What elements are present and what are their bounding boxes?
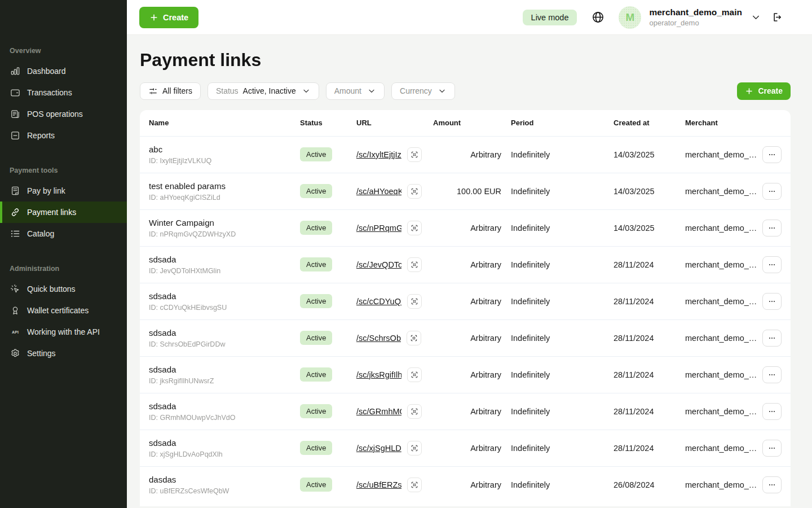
row-actions-button[interactable] xyxy=(762,403,782,420)
row-actions-button[interactable] xyxy=(762,330,782,347)
payment-link-url[interactable]: /sc/IxyltEjtjIz xyxy=(356,150,401,159)
status-badge: Active xyxy=(300,221,332,235)
create-button-label: Create xyxy=(163,13,188,22)
currency-filter[interactable]: Currency xyxy=(391,82,455,100)
payment-link-name: sdsada xyxy=(149,401,300,411)
sidebar-item-transactions[interactable]: Transactions xyxy=(0,82,127,103)
payment-link-url[interactable]: /sc/SchrsOb xyxy=(356,334,401,343)
chevron-down-icon xyxy=(751,12,761,23)
row-actions-button[interactable] xyxy=(762,183,782,200)
qr-code-button[interactable] xyxy=(407,441,422,456)
sidebar-item-label: POS operations xyxy=(27,110,83,119)
create-button-topbar[interactable]: Create xyxy=(139,7,198,28)
amount-value: Arbitrary xyxy=(433,480,501,489)
sidebar-item-quick-buttons[interactable]: Quick buttons xyxy=(0,278,127,300)
column-header-period: Period xyxy=(501,119,614,127)
payment-link-name: sdsada xyxy=(149,255,300,264)
payment-link-id: ID: xjSgHLDvAoPqdXlh xyxy=(149,450,300,458)
sidebar-item-working-with-the-api[interactable]: API Working with the API xyxy=(0,321,127,343)
payment-link-url[interactable]: /sc/cCDYuQk xyxy=(356,297,401,306)
more-dots-icon xyxy=(767,444,776,453)
payment-link-url[interactable]: /sc/nPRqmG xyxy=(356,224,401,233)
status-badge: Active xyxy=(300,441,332,455)
report-icon xyxy=(10,130,21,141)
sidebar-item-pos-operations[interactable]: POS operations xyxy=(0,103,127,125)
avatar[interactable]: M xyxy=(619,6,641,29)
payment-link-url[interactable]: /sc/xjSgHLD xyxy=(356,444,401,453)
merchant-value: merchant_demo_… xyxy=(685,150,756,159)
payment-link-url[interactable]: /sc/aHYoeqK xyxy=(356,187,401,196)
qr-code-button[interactable] xyxy=(407,478,422,492)
sidebar-item-payment-links[interactable]: Payment links xyxy=(0,202,127,223)
sidebar-item-dashboard[interactable]: Dashboard xyxy=(0,60,127,82)
account-menu-button[interactable] xyxy=(751,12,761,23)
sidebar-item-label: Wallet certificates xyxy=(27,306,89,315)
bar-chart-icon xyxy=(10,65,21,77)
amount-value: Arbitrary xyxy=(433,297,501,306)
row-actions-button[interactable] xyxy=(762,293,782,310)
qr-code-button[interactable] xyxy=(407,294,422,309)
sidebar-section-label: Overview xyxy=(0,47,127,55)
status-filter[interactable]: Status Active, Inactive xyxy=(208,82,319,100)
user-block[interactable]: merchant_demo_main operator_demo xyxy=(649,8,742,27)
sidebar-item-reports[interactable]: Reports xyxy=(0,125,127,146)
period-value: Indefinitely xyxy=(501,407,614,416)
pos-terminal-icon xyxy=(10,108,21,120)
sidebar-section: Administration Quick buttons Wallet cert… xyxy=(0,265,127,364)
row-actions-button[interactable] xyxy=(762,146,782,163)
sidebar-item-wallet-certificates[interactable]: Wallet certificates xyxy=(0,300,127,321)
qr-code-button[interactable] xyxy=(407,184,422,199)
amount-value: Arbitrary xyxy=(433,260,501,269)
payment-link-url[interactable]: /sc/JevQDTo xyxy=(356,260,401,269)
period-value: Indefinitely xyxy=(501,297,614,306)
create-button-list[interactable]: Create xyxy=(737,82,791,100)
payment-link-id: ID: IxyltEjtjIzVLKUQ xyxy=(149,157,300,165)
sidebar-section: Payment tools Pay by link Payment links … xyxy=(0,167,127,244)
table-row: sdsada ID: cCDYuQkHEibvsgSU Active /sc/c… xyxy=(140,283,791,319)
amount-value: Arbitrary xyxy=(433,224,501,233)
qr-scan-icon xyxy=(410,334,418,342)
merchant-value: merchant_demo_… xyxy=(685,407,756,416)
row-actions-button[interactable] xyxy=(762,366,782,383)
row-actions-button[interactable] xyxy=(762,220,782,237)
sidebar-item-catalog[interactable]: Catalog xyxy=(0,223,127,244)
period-value: Indefinitely xyxy=(501,334,614,343)
sidebar-item-label: Quick buttons xyxy=(27,284,76,294)
qr-code-button[interactable] xyxy=(407,221,422,235)
period-value: Indefinitely xyxy=(501,444,614,453)
status-badge: Active xyxy=(300,147,332,161)
all-filters-button[interactable]: All filters xyxy=(140,82,201,100)
period-value: Indefinitely xyxy=(501,260,614,269)
qr-code-button[interactable] xyxy=(407,147,422,162)
globe-icon xyxy=(592,11,604,24)
row-actions-button[interactable] xyxy=(762,440,782,457)
sidebar-section-label: Payment tools xyxy=(0,167,127,174)
language-globe-button[interactable] xyxy=(592,11,604,24)
payment-link-url[interactable]: /sc/GRmhMO xyxy=(356,407,401,416)
sidebar-item-label: Reports xyxy=(27,131,55,140)
sidebar-item-settings[interactable]: Settings xyxy=(0,343,127,364)
row-actions-button[interactable] xyxy=(762,256,782,273)
period-value: Indefinitely xyxy=(501,480,614,489)
payment-link-id: ID: uBfERZsCesWfeQbW xyxy=(149,487,300,495)
qr-code-button[interactable] xyxy=(407,331,421,345)
table-row: Winter Campaign ID: nPRqmGvQZDWHzyXD Act… xyxy=(140,209,791,246)
payment-link-url[interactable]: /sc/uBfERZs xyxy=(356,480,401,489)
created-at-value: 28/11/2024 xyxy=(614,334,685,343)
payment-link-name: sdsada xyxy=(149,291,300,301)
payment-link-id: ID: cCDYuQkHEibvsgSU xyxy=(149,304,300,312)
amount-filter[interactable]: Amount xyxy=(326,82,385,100)
qr-code-button[interactable] xyxy=(407,404,422,419)
payment-link-url[interactable]: /sc/jksRgifIlh xyxy=(356,370,401,379)
row-actions-button[interactable] xyxy=(762,476,782,493)
logout-button[interactable] xyxy=(771,11,783,23)
qr-code-button[interactable] xyxy=(407,257,422,272)
more-dots-icon xyxy=(767,150,776,159)
merchant-value: merchant_demo_… xyxy=(685,444,756,453)
qr-scan-icon xyxy=(411,224,418,232)
more-dots-icon xyxy=(767,334,776,343)
qr-code-button[interactable] xyxy=(407,367,422,382)
topbar: Create Live mode M merchant_demo_main op… xyxy=(127,0,812,35)
sidebar-item-pay-by-link[interactable]: Pay by link xyxy=(0,180,127,202)
table-row: abc ID: IxyltEjtjIzVLKUQ Active /sc/Ixyl… xyxy=(140,136,791,173)
